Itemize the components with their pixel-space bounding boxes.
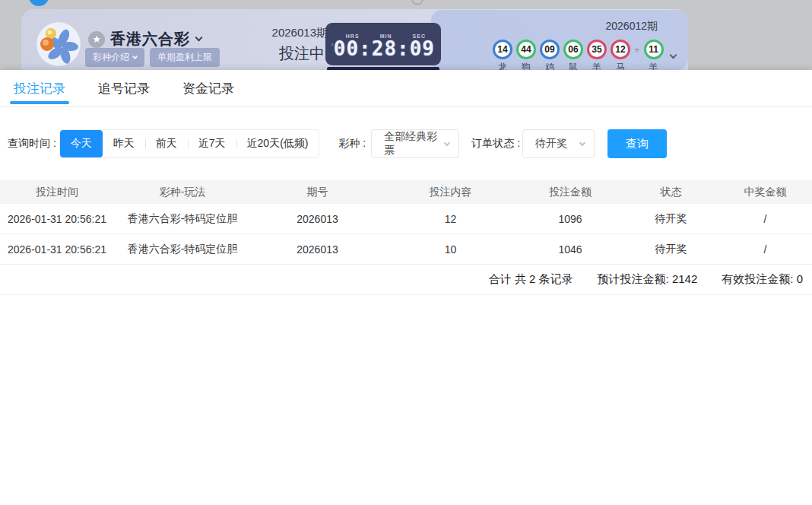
chevron-down-icon	[132, 54, 138, 59]
time-option-7days[interactable]: 近7天	[188, 130, 236, 157]
col-issue: 期号	[251, 180, 384, 204]
records-sheet: 投注记录 追号记录 资金记录 查询时间 : 今天 昨天 前天 近7天 近20天(…	[0, 70, 812, 505]
draw-results: 14 龙 44 狗 09 鸡 06 鼠 35 羊 12 马	[493, 40, 676, 70]
bet-records-table: 投注时间 彩种-玩法 期号 投注内容 投注金额 状态 中奖金额 2026-01-…	[0, 180, 812, 295]
zodiac-label: 龙	[498, 62, 507, 70]
lottery-header-panel: ★ 香港六合彩 彩种介绍 单期盈利上限 2026013期 投注中	[21, 9, 688, 70]
result-ball: 09	[540, 40, 560, 59]
tab-bet-records[interactable]: 投注记录	[14, 70, 65, 106]
lottery-intro-button[interactable]: 彩种介绍	[85, 48, 144, 67]
lottery-select-value: 全部经典彩票	[384, 130, 445, 157]
result-ball-col: 09 鸡	[540, 40, 560, 70]
cell-bet-time: 2026-01-31 20:56:21	[0, 204, 114, 233]
result-ball-col: 14 龙	[493, 40, 512, 70]
record-tabs: 投注记录 追号记录 资金记录	[0, 70, 812, 107]
cell-bet-amount: 1096	[517, 204, 623, 233]
result-ball-col: 35 羊	[587, 40, 607, 70]
lottery-logo	[36, 22, 81, 66]
result-ball-col: 12 马	[611, 40, 630, 70]
profit-cap-label: 单期盈利上限	[157, 51, 212, 64]
cell-bet-content: 10	[384, 234, 517, 264]
cell-status: 待开奖	[623, 234, 718, 264]
filter-bar: 查询时间 : 今天 昨天 前天 近7天 近20天(低频) 彩种 : 全部经典彩票…	[0, 129, 812, 158]
lottery-name-dropdown[interactable]: 香港六合彩	[110, 29, 201, 49]
profit-cap-button[interactable]: 单期盈利上限	[150, 48, 220, 67]
countdown-value: 00:28:09	[334, 39, 435, 59]
tab-chase-records[interactable]: 追号记录	[98, 70, 150, 106]
col-status: 状态	[623, 180, 718, 204]
cell-bet-content: 12	[384, 204, 517, 233]
top-strip	[0, 0, 812, 8]
plus-separator: +	[634, 44, 640, 56]
zodiac-label: 马	[616, 62, 625, 70]
favorite-star-icon[interactable]: ★	[88, 31, 105, 48]
table-row[interactable]: 2026-01-31 20:56:21 香港六合彩-特码定位胆 2026013 …	[0, 204, 812, 234]
time-filter-group: 今天 昨天 前天 近7天 近20天(低频)	[59, 129, 320, 158]
chevron-down-icon	[195, 34, 203, 42]
status-filter-label: 订单状态 :	[471, 137, 520, 151]
summary-expected-amount: 预计投注金额: 2142	[598, 272, 698, 287]
cell-game-play: 香港六合彩-特码定位胆	[114, 234, 251, 264]
current-issue-label: 2026013期	[272, 26, 328, 40]
cell-bet-amount: 1046	[517, 234, 623, 264]
betting-status-label: 投注中	[279, 43, 325, 64]
lottery-filter-label: 彩种 :	[338, 137, 366, 151]
query-button[interactable]: 查询	[607, 129, 667, 158]
table-row[interactable]: 2026-01-31 20:56:21 香港六合彩-特码定位胆 2026013 …	[0, 234, 812, 265]
time-option-daybefore[interactable]: 前天	[145, 130, 188, 157]
header-zone: ★ 香港六合彩 彩种介绍 单期盈利上限 2026013期 投注中	[0, 0, 812, 70]
chevron-down-icon	[444, 139, 450, 145]
cell-issue: 2026013	[251, 204, 384, 233]
table-header-row: 投注时间 彩种-玩法 期号 投注内容 投注金额 状态 中奖金额	[0, 180, 812, 204]
order-status-value: 待开奖	[535, 137, 567, 151]
zodiac-label: 狗	[522, 62, 531, 70]
time-option-yesterday[interactable]: 昨天	[103, 130, 145, 157]
zodiac-label: 羊	[592, 62, 601, 70]
col-bet-amount: 投注金额	[517, 180, 623, 204]
result-ball: 12	[611, 40, 630, 59]
col-bet-time: 投注时间	[0, 180, 114, 204]
cell-issue: 2026013	[251, 234, 384, 264]
result-ball: 14	[493, 40, 512, 59]
cell-status: 待开奖	[623, 204, 718, 233]
zodiac-label: 鸡	[545, 62, 554, 70]
lottery-pill-row: 彩种介绍 单期盈利上限	[85, 48, 220, 67]
site-logo-partial	[29, 0, 49, 6]
col-win-amount: 中奖金额	[718, 180, 812, 204]
summary-valid-amount: 有效投注金额: 0	[722, 272, 803, 287]
last-issue-label: 2026012期	[605, 20, 658, 33]
order-status-select[interactable]: 待开奖	[522, 129, 595, 158]
cell-game-play: 香港六合彩-特码定位胆	[114, 204, 251, 233]
cell-win-amount: /	[718, 234, 812, 264]
result-ball-special: 11	[644, 40, 664, 59]
time-option-20days[interactable]: 近20天(低频)	[236, 130, 319, 157]
lottery-intro-label: 彩种介绍	[93, 51, 129, 64]
table-summary-row: 合计 共 2 条记录 预计投注金额: 2142 有效投注金额: 0	[0, 265, 812, 295]
lottery-name-label: 香港六合彩	[110, 29, 190, 49]
result-ball: 35	[587, 40, 607, 59]
result-ball: 06	[563, 40, 583, 59]
summary-total: 合计 共 2 条记录	[489, 272, 573, 287]
zodiac-label: 鼠	[569, 62, 578, 70]
time-filter-label: 查询时间 :	[8, 137, 56, 151]
expand-results-button[interactable]	[671, 47, 676, 61]
zodiac-label: 羊	[649, 62, 658, 70]
col-game-play: 彩种-玩法	[114, 180, 251, 204]
countdown-timer: HRS MIN SEC 00:28:09	[325, 23, 441, 65]
topbar-icon-partial	[411, 0, 423, 5]
chevron-down-icon	[579, 139, 585, 145]
result-ball: 44	[516, 40, 536, 59]
result-ball-col: 06 鼠	[563, 40, 583, 70]
col-bet-content: 投注内容	[384, 180, 517, 204]
tab-fund-records[interactable]: 资金记录	[182, 70, 234, 106]
result-ball-col-special: 11 羊	[644, 40, 664, 70]
cell-bet-time: 2026-01-31 20:56:21	[0, 234, 114, 264]
time-option-today[interactable]: 今天	[60, 130, 103, 157]
lottery-select[interactable]: 全部经典彩票	[371, 129, 459, 158]
result-ball-col: 44 狗	[516, 40, 536, 70]
cell-win-amount: /	[718, 204, 812, 233]
